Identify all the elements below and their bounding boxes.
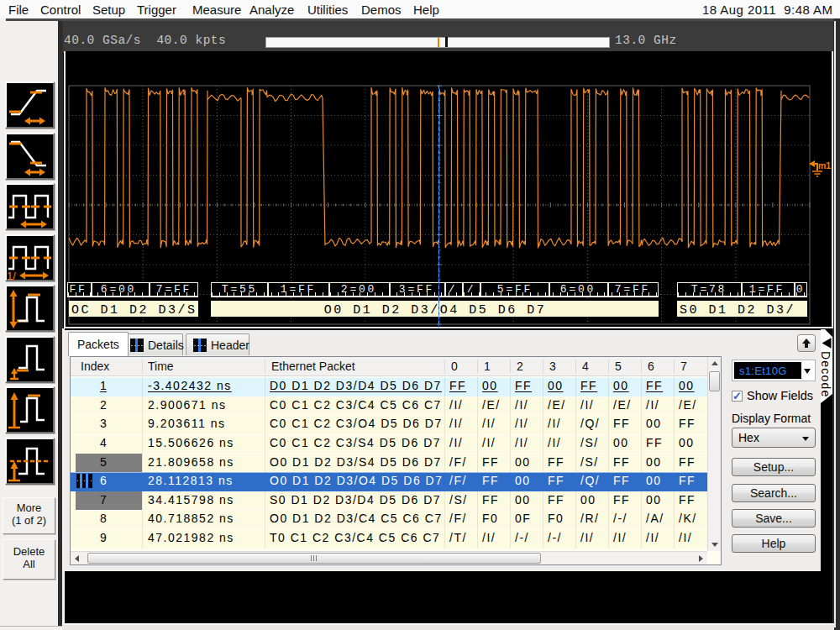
svg-text:m1: m1 bbox=[818, 160, 831, 171]
